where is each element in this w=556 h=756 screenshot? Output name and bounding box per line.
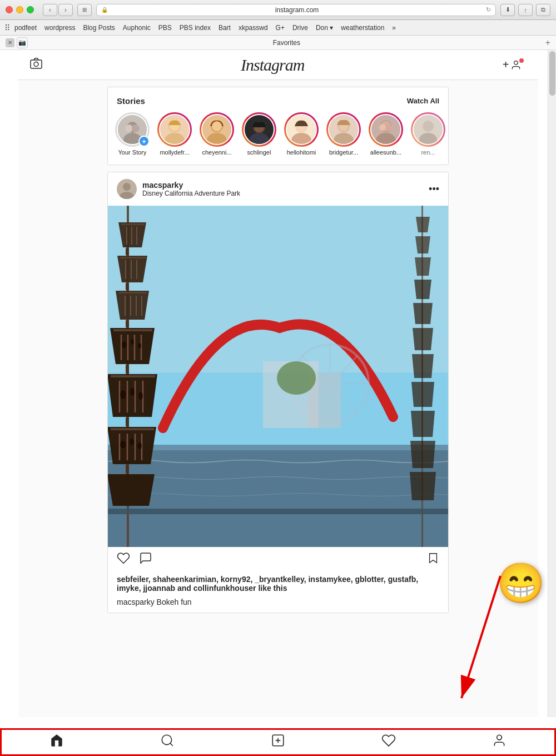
bookmarks-more[interactable]: »: [389, 23, 399, 33]
emoji-annotation: 😁: [497, 560, 545, 606]
apps-grid-icon[interactable]: ⠿: [4, 23, 10, 32]
bookmark-g-plus[interactable]: G+: [272, 23, 288, 33]
bookmark-bart[interactable]: Bart: [215, 23, 234, 33]
bookmark-weatherstation[interactable]: weatherstation: [337, 23, 388, 33]
address-bar[interactable]: 🔒 instagram.com ↻: [96, 4, 496, 16]
svg-marker-116: [430, 554, 437, 563]
svg-marker-113: [410, 441, 435, 468]
forward-button[interactable]: ›: [58, 4, 73, 16]
url-text: instagram.com: [111, 6, 483, 14]
svg-marker-108: [413, 303, 433, 324]
post-avatar[interactable]: [117, 179, 137, 199]
instagram-app: Instagram + Stories Watch All: [18, 50, 538, 717]
close-button[interactable]: [6, 6, 13, 13]
story-ring-hellohitomi: [284, 112, 319, 147]
stories-container: Stories Watch All: [107, 87, 449, 165]
search-icon: [160, 733, 175, 751]
svg-rect-41: [108, 206, 448, 372]
share-button[interactable]: ↑: [518, 4, 533, 16]
bookmark-blog-posts[interactable]: Blog Posts: [80, 23, 118, 33]
bookmark-pbs[interactable]: PBS: [155, 23, 175, 33]
bookmark-drive[interactable]: Drive: [289, 23, 311, 33]
svg-rect-91: [126, 417, 129, 427]
story-item-mollydefr[interactable]: mollydefr...: [155, 112, 195, 156]
story-item-ren[interactable]: ren...: [408, 112, 448, 156]
post-more-button[interactable]: •••: [429, 183, 439, 195]
post-likes-text: sebfeiler, shaheenkarimian, korny92, _br…: [117, 575, 418, 593]
comment-button[interactable]: [139, 551, 152, 568]
bottom-nav-profile[interactable]: [483, 730, 516, 754]
story-item-your-story[interactable]: + Your Story: [112, 112, 152, 156]
like-button[interactable]: [117, 551, 130, 568]
story-item-schlingel[interactable]: schlingel: [239, 112, 279, 156]
svg-point-38: [123, 183, 131, 191]
svg-rect-58: [126, 247, 129, 256]
download-button[interactable]: ⬇: [500, 4, 515, 16]
svg-point-7: [132, 125, 140, 132]
camera-icon[interactable]: [29, 57, 43, 73]
svg-rect-93: [111, 428, 154, 430]
maximize-button[interactable]: [27, 6, 34, 13]
stories-title: Stories: [117, 96, 145, 106]
story-avatar-schlingel: [244, 114, 275, 145]
svg-rect-60: [120, 257, 146, 258]
story-username-ren: ren...: [421, 149, 435, 156]
save-button[interactable]: [427, 552, 439, 568]
favorites-bar-left: ✕ 📷: [6, 37, 28, 48]
story-add-button[interactable]: +: [138, 136, 150, 147]
post-container: macsparky Disney California Adventure Pa…: [107, 172, 449, 613]
story-item-cheyenni[interactable]: cheyenni...: [197, 112, 237, 156]
svg-rect-115: [108, 509, 448, 514]
story-username-schlingel: schlingel: [247, 149, 271, 156]
svg-rect-66: [119, 292, 147, 294]
svg-point-119: [162, 735, 171, 744]
svg-marker-111: [411, 382, 434, 407]
bookmark-xkpasswd[interactable]: xkpasswd: [235, 23, 271, 33]
post-likes: sebfeiler, shaheenkarimian, korny92, _br…: [108, 573, 448, 595]
nav-arrows: ‹ ›: [43, 4, 73, 16]
story-item-hellohitomi[interactable]: hellohitomi: [281, 112, 321, 156]
story-ring-mollydefr: [157, 112, 192, 147]
refresh-icon[interactable]: ↻: [486, 6, 491, 13]
svg-point-78: [122, 341, 126, 348]
post-header: macsparky Disney California Adventure Pa…: [108, 172, 448, 206]
scrollbar[interactable]: [548, 50, 556, 717]
story-item-alleesunb[interactable]: alleesunb...: [366, 112, 406, 156]
svg-rect-83: [111, 375, 155, 377]
new-tab-plus-button[interactable]: +: [545, 38, 550, 48]
svg-point-79: [131, 339, 134, 345]
bookmark-pbs-index[interactable]: PBS index: [176, 23, 214, 33]
story-avatar-hellohitomi: [286, 114, 317, 145]
bookmark-podfeet[interactable]: podfeet: [11, 23, 40, 33]
story-item-bridgetur[interactable]: bridgetur...: [324, 112, 364, 156]
post-username[interactable]: macsparky: [142, 181, 423, 190]
sidebar-toggle-button[interactable]: ⊞: [77, 4, 92, 16]
post-location[interactable]: Disney California Adventure Park: [142, 190, 423, 197]
svg-point-90: [138, 392, 143, 400]
bottom-nav-add[interactable]: [261, 730, 295, 754]
favorites-bar: ✕ 📷 Favorites +: [0, 36, 556, 50]
bottom-nav-home[interactable]: [40, 730, 73, 754]
svg-point-32: [379, 124, 386, 131]
add-post-icon: [271, 733, 285, 751]
svg-point-49: [277, 361, 316, 395]
bookmarks-bar: ⠿ podfeet wordpress Blog Posts Auphonic …: [0, 20, 556, 36]
svg-rect-64: [126, 282, 129, 291]
bookmark-don[interactable]: Don ▾: [312, 23, 336, 33]
add-user-button[interactable]: +: [503, 58, 527, 71]
back-button[interactable]: ‹: [43, 4, 57, 16]
bottom-nav-activity[interactable]: [372, 730, 405, 754]
bookmark-wordpress[interactable]: wordpress: [41, 23, 78, 33]
svg-marker-92: [108, 427, 156, 464]
watch-all-button[interactable]: Watch All: [407, 97, 439, 105]
new-tab-button[interactable]: ⧉: [536, 4, 550, 16]
post-user-info: macsparky Disney California Adventure Pa…: [142, 181, 423, 197]
scrollbar-thumb[interactable]: [549, 51, 555, 96]
bottom-nav-search[interactable]: [151, 730, 184, 754]
svg-rect-54: [121, 223, 145, 225]
bottom-spacer: [18, 620, 538, 659]
favorites-title: Favorites: [28, 39, 545, 47]
bookmark-auphonic[interactable]: Auphonic: [120, 23, 154, 33]
close-tab-button[interactable]: ✕: [6, 38, 14, 47]
minimize-button[interactable]: [16, 6, 23, 13]
